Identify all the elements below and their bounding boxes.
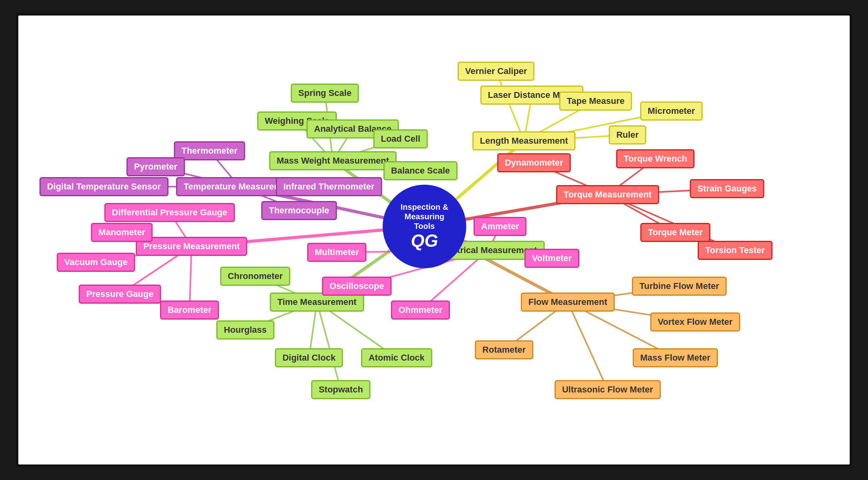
connection-time-stopwatch <box>317 302 341 390</box>
node-manometer: Manometer <box>91 223 152 242</box>
mind-map-frame: Inspection & MeasuringTools QG Length Me… <box>16 13 852 467</box>
node-micro: Micrometer <box>640 101 703 121</box>
node-torquewrench: Torque Wrench <box>616 149 694 168</box>
connection-length-vernier <box>496 71 524 141</box>
node-vacuum: Vacuum Gauge <box>57 253 135 272</box>
node-torquemeter: Torque Meter <box>640 223 710 242</box>
node-torque: Torque Measurement <box>556 185 659 204</box>
center-node: Inspection & MeasuringTools QG <box>383 185 466 268</box>
node-digclock: Digital Clock <box>275 348 343 367</box>
node-length: Length Measurement <box>472 131 575 150</box>
mind-map-canvas: Inspection & MeasuringTools QG Length Me… <box>18 16 850 464</box>
node-atomic: Atomic Clock <box>361 348 432 367</box>
node-barometer: Barometer <box>160 300 219 320</box>
node-dynamometer: Dynamometer <box>497 153 571 172</box>
node-turbine: Turbine Flow Meter <box>632 277 727 296</box>
node-thermo: Thermometer <box>174 141 245 160</box>
node-thermocouple: Thermocouple <box>261 201 337 220</box>
node-pyro: Pyrometer <box>127 157 185 176</box>
node-stopwatch: Stopwatch <box>311 380 370 399</box>
node-pressuregauge: Pressure Gauge <box>79 285 161 304</box>
node-mass: Mass Weight Measurement <box>269 151 397 170</box>
node-multimeter: Multimeter <box>307 243 366 262</box>
node-ohmmeter: Ohmmeter <box>391 300 450 320</box>
node-ammeter: Ammeter <box>473 217 526 236</box>
node-massflow: Mass Flow Meter <box>633 348 718 367</box>
node-oscilloscope: Oscilloscope <box>322 277 392 296</box>
node-torsion: Torsion Tester <box>698 241 772 260</box>
center-logo: QG <box>411 231 438 251</box>
node-rotameter: Rotameter <box>475 340 534 359</box>
node-spring: Spring Scale <box>291 84 359 103</box>
node-strain: Strain Gauges <box>690 179 764 198</box>
node-voltmeter: Voltmeter <box>524 249 579 268</box>
node-dts: Digital Temperature Sensor <box>39 177 168 196</box>
node-infrared: Infrared Thermometer <box>276 177 382 196</box>
node-vortex: Vortex Flow Meter <box>650 312 740 332</box>
node-balance: Balance Scale <box>383 161 457 180</box>
node-hourglass: Hourglass <box>216 320 274 340</box>
node-ruler: Ruler <box>609 125 646 144</box>
node-diffpressure: Differential Pressure Gauge <box>104 203 235 222</box>
connection-flow-ultrasonic <box>568 302 608 390</box>
node-loadcell: Load Cell <box>373 129 428 148</box>
node-tape: Tape Measure <box>559 92 632 111</box>
node-chrono: Chronometer <box>220 267 290 286</box>
node-flow: Flow Measurement <box>521 293 615 312</box>
node-ultrasonic: Ultrasonic Flow Meter <box>555 380 661 399</box>
node-vernier: Vernier Caliper <box>457 62 534 81</box>
center-title: Inspection & MeasuringTools <box>383 202 466 231</box>
